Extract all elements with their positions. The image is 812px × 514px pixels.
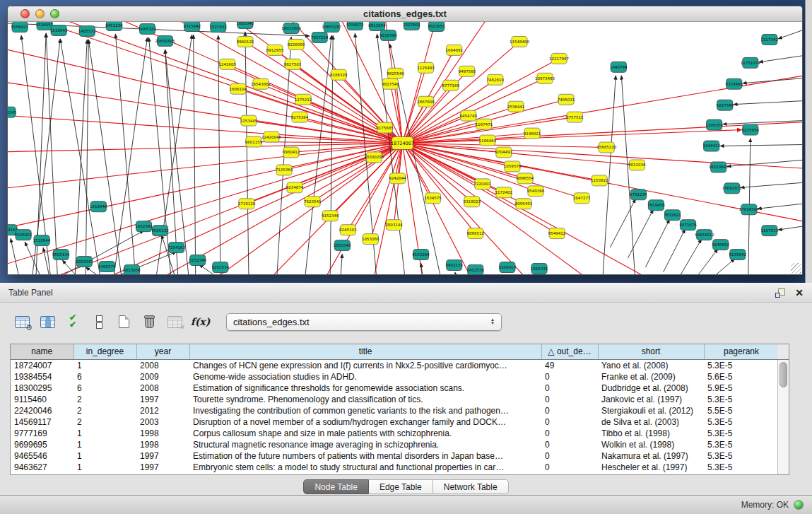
red-edge [228, 64, 403, 144]
column-header-name[interactable]: name [11, 344, 73, 359]
cell-out_de: 0 [541, 462, 598, 473]
black-edge [455, 272, 456, 274]
graph-node-label: 16543862 [251, 82, 271, 86]
graph-node-label: 10973493 [535, 76, 555, 81]
delete-column-button[interactable] [140, 313, 159, 332]
black-edge [114, 37, 147, 274]
graph-node-label: 9175685 [376, 126, 394, 130]
tab-edge-table[interactable]: Edge Table [369, 479, 433, 494]
cell-name: 22420046 [11, 405, 73, 416]
graph-node-label: 9505134 [52, 252, 70, 257]
graph-node-label: 8813055 [428, 24, 445, 28]
cell-in_degree: 1 [73, 428, 136, 439]
graph-node-label: 1167471 [476, 122, 493, 127]
column-header-pagerank[interactable]: pagerank [704, 344, 779, 359]
float-panel-icon[interactable] [775, 288, 785, 298]
cell-title: Embryonic stem cells: a model to study s… [189, 462, 541, 473]
table-row[interactable]: 1872400712008Changes of HCN gene express… [11, 359, 779, 371]
column-header-title[interactable]: title [189, 344, 541, 359]
graph-node-label: 9318023 [464, 199, 481, 204]
graph-node-label: 2803144 [385, 223, 403, 227]
cell-in_degree: 1 [73, 359, 136, 371]
row-height-button[interactable] [89, 313, 108, 332]
graph-node-label: 9827548 [382, 82, 399, 86]
network-view-window: citations_edges.txt 89601288912955822605… [7, 6, 803, 275]
black-edge [245, 32, 249, 274]
graph-node-label: 2526051 [36, 23, 54, 27]
table-mode-button[interactable] [13, 313, 32, 332]
cell-name: 9699695 [11, 439, 73, 450]
cell-title: Corpus callosum shape and size in male p… [189, 428, 541, 439]
cell-out_de: 0 [541, 382, 598, 394]
select-columns-button[interactable] [64, 313, 83, 332]
cell-short: Stergiakouli et al. (2012) [598, 405, 704, 416]
cell-out_de: 0 [541, 439, 598, 450]
column-header-in_degree[interactable]: in_degree [73, 344, 136, 359]
table-row[interactable]: 1456911722003Disruption of a novel membe… [11, 416, 779, 428]
graph-node-label: 2053346 [334, 243, 351, 247]
cell-short: Jankovic et al. (1997) [598, 394, 704, 405]
cell-pagerank: 5.3E-5 [704, 359, 779, 371]
graph-node-label: 15692971 [722, 186, 742, 190]
red-edge [8, 22, 402, 144]
app-frame-edge [805, 0, 812, 283]
graph-node-label: 8226058 [288, 42, 305, 47]
column-header-out_de[interactable]: △ out_de… [541, 344, 598, 359]
graph-node-label: 2526052 [15, 233, 33, 237]
graph-node-label: 15685220 [596, 146, 617, 150]
graph-node-label: 9896554 [517, 176, 534, 180]
combo-arrows-icon: ▲▼ [490, 318, 495, 325]
graph-node-label: 9822036 [628, 163, 646, 167]
cell-pagerank: 5.3E-5 [704, 428, 779, 439]
black-edge [699, 249, 718, 274]
table-row[interactable]: 977716911998Corpus callosum shape and si… [11, 428, 779, 439]
table-row[interactable]: 911546021997Tourette syndrome. Phenomeno… [11, 394, 779, 405]
function-builder-button[interactable]: f(x) [191, 313, 210, 332]
black-edge [157, 35, 192, 274]
black-edge [727, 160, 802, 166]
show-columns-button[interactable] [38, 313, 57, 332]
graph-node-label: 1065329 [139, 27, 156, 31]
cell-pagerank: 5.5E-5 [704, 405, 779, 416]
column-header-year[interactable]: year [136, 344, 189, 359]
black-edge [218, 35, 220, 274]
table-row[interactable]: 969969511998Structural magnetic resonanc… [11, 439, 779, 450]
table-row[interactable]: 1830029562008Estimation of significance … [11, 382, 779, 394]
table-scrollbar[interactable] [777, 360, 789, 474]
window-titlebar[interactable]: citations_edges.txt [8, 6, 802, 22]
new-column-button[interactable] [114, 313, 134, 332]
table-row[interactable]: 1938455462009Genome-wide association stu… [11, 371, 779, 382]
graph-node-label: 8245103 [339, 228, 357, 232]
graph-node-label: 8912955 [266, 48, 284, 52]
table-chooser-select[interactable]: citations_edges.txt▲▼ [226, 313, 502, 331]
graph-node-label: 7254163 [167, 245, 185, 250]
graph-node-label: 6791234 [630, 192, 647, 197]
network-graph[interactable]: 8960128891295582260589827503818632816543… [8, 22, 802, 274]
black-edge [759, 56, 802, 62]
network-canvas[interactable]: 8960128891295582260589827503818632816543… [8, 22, 802, 274]
graph-node-label: 22420046 [261, 135, 282, 139]
graph-node-label: 11751074 [741, 61, 761, 65]
graph-node-label: 1405574 [98, 264, 116, 269]
tab-node-table[interactable]: Node Table [303, 479, 369, 494]
memory-indicator-icon[interactable] [794, 500, 804, 510]
column-header-short[interactable]: short [598, 344, 704, 359]
graph-node-label: 8215958 [742, 128, 760, 132]
cell-year: 1998 [136, 428, 189, 439]
scrollbar-thumb[interactable] [779, 362, 787, 387]
cell-out_de: 49 [541, 359, 598, 371]
table-row[interactable]: 2242004622012Investigating the contribut… [11, 405, 779, 416]
graph-node-label: 7485031 [558, 98, 575, 102]
cell-pagerank: 5.6E-5 [704, 371, 779, 382]
graph-node-label: 9801159 [245, 140, 263, 144]
window-resize-grip[interactable] [791, 263, 801, 274]
memory-status-label: Memory: OK [741, 500, 789, 510]
cell-short: de Silva et al. (2003) [598, 416, 704, 428]
graph-node-label: 8813056 [123, 268, 141, 272]
tab-network-table[interactable]: Network Table [433, 479, 509, 494]
table-row[interactable]: 946554611997Estimation of the future num… [11, 450, 779, 462]
graph-node-label: 1527602 [403, 23, 420, 27]
table-row[interactable]: 946362711997Embryonic stem cells: a mode… [11, 462, 779, 473]
close-panel-icon[interactable]: ✕ [795, 288, 804, 298]
cell-out_de: 0 [541, 405, 598, 416]
